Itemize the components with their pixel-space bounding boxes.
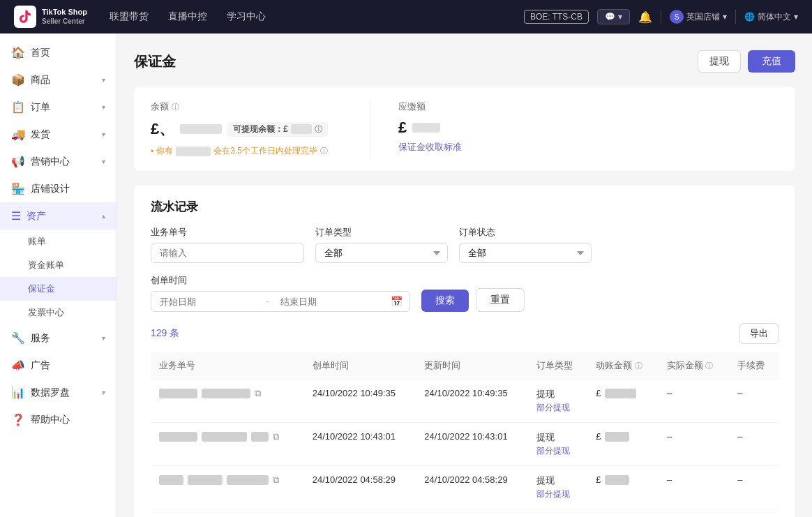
cell-order-id-3: ⧉ (151, 466, 304, 509)
sidebar-label-home: 首页 (31, 47, 50, 59)
help-icon: ❓ (11, 413, 25, 426)
order-type-select[interactable]: 全部 提现 充值 (315, 243, 448, 263)
order-subtype-label-3: 部分提现 (536, 488, 579, 500)
order-status-select[interactable]: 全部 处理中 成功 失败 (459, 243, 592, 263)
order-subtype-label-2: 部分提现 (536, 445, 579, 457)
sidebar-sub-deposit[interactable]: 保证金 (0, 277, 116, 301)
chat-button[interactable]: 💬 ▾ (597, 9, 630, 24)
store-name: 英国店铺 (686, 11, 720, 23)
copy-icon-3[interactable]: ⧉ (273, 474, 279, 486)
sidebar-sub-funds[interactable]: 资金账单 (0, 253, 116, 277)
notice-amount-blur (176, 147, 211, 156)
amount-info-icon[interactable]: ⓘ (635, 361, 642, 370)
cell-fee-1: – (729, 380, 779, 423)
nav-link-live[interactable]: 直播中控 (168, 10, 207, 23)
filter-order-id: 业务单号 (151, 226, 304, 263)
cell-order-id-1: ⧉ (151, 380, 304, 423)
store-selector[interactable]: S 英国店铺 ▾ (670, 10, 727, 24)
sidebar-label-store-design: 店铺设计 (31, 183, 70, 195)
cell-type-3: 提现 部分提现 (528, 466, 587, 509)
date-input-group: - 📅 (151, 291, 410, 312)
copy-icon-2[interactable]: ⧉ (273, 431, 279, 442)
section-title: 流水记录 (151, 199, 779, 215)
available-amount-blur (291, 124, 312, 134)
payable-amount-blur (412, 123, 440, 133)
cell-update-time-3: 24/10/2022 04:58:29 (416, 466, 528, 509)
topnav-right: BOE: TTS-CB 💬 ▾ 🔔 S 英国店铺 ▾ 🌐 简体中文 ▾ (524, 9, 798, 24)
order-id-blur-3 (159, 432, 197, 442)
date-end-input[interactable] (272, 292, 384, 311)
sidebar-sub-account[interactable]: 账单 (0, 230, 116, 253)
actual-info-icon[interactable]: ⓘ (705, 361, 713, 370)
nav-link-affiliate[interactable]: 联盟带货 (110, 10, 149, 23)
cell-type-1: 提现 部分提现 (528, 380, 587, 423)
main-content: 保证金 提现 充值 余额 ⓘ £、 可提现余额：£ ⓘ (117, 33, 812, 517)
chevron-down-icon: ▾ (102, 334, 105, 342)
order-type-label-1: 提现 (536, 389, 555, 399)
sidebar-item-help[interactable]: ❓ 帮助中心 (0, 406, 116, 433)
cell-actual-3: – (659, 466, 730, 509)
cell-amount-2: £ (587, 423, 659, 466)
page-title: 保证金 (134, 52, 176, 71)
order-type-label-3: 提现 (536, 475, 555, 486)
cell-fee-3: – (729, 466, 779, 509)
withdraw-button[interactable]: 提现 (698, 50, 741, 73)
sidebar-item-home[interactable]: 🏠 首页 (0, 39, 116, 66)
search-button[interactable]: 搜索 (421, 290, 469, 312)
order-subtype-label-1: 部分提现 (536, 402, 579, 414)
sub-label-account: 账单 (28, 236, 46, 246)
service-icon: 🔧 (11, 331, 25, 345)
sidebar-item-orders[interactable]: 📋 订单 ▾ (0, 93, 116, 121)
sidebar-sub-invoice[interactable]: 发票中心 (0, 301, 116, 324)
col-header-fee: 手续费 (729, 352, 779, 380)
order-id-blur-7 (188, 475, 223, 485)
sidebar-item-assets[interactable]: ☰ 资产 ▴ (0, 202, 116, 230)
sidebar-item-products[interactable]: 📦 商品 ▾ (0, 66, 116, 93)
chat-icon: 💬 (605, 12, 615, 22)
filter-order-type-label: 订单类型 (315, 226, 448, 239)
cell-fee-2: – (729, 423, 779, 466)
balance-info-icon[interactable]: ⓘ (172, 102, 179, 112)
sidebar-item-data[interactable]: 📊 数据罗盘 ▾ (0, 379, 116, 406)
payable-standard-link[interactable]: 保证金收取标准 (398, 141, 462, 153)
balance-notice: 你有 会在3.5个工作日内处理完毕 ⓘ (151, 145, 328, 157)
balance-value: £、 可提现余额：£ ⓘ (151, 119, 328, 140)
reset-button[interactable]: 重置 (476, 288, 525, 312)
col-header-type: 订单类型 (528, 352, 587, 380)
chevron-down-icon: ▾ (618, 12, 622, 22)
recharge-button[interactable]: 充值 (748, 50, 795, 73)
notice-info-icon[interactable]: ⓘ (320, 146, 328, 156)
available-info-icon[interactable]: ⓘ (315, 124, 322, 135)
order-id-input[interactable] (151, 243, 304, 263)
order-id-blur-2 (202, 389, 250, 398)
sub-label-deposit: 保证金 (28, 283, 55, 294)
sidebar-item-marketing[interactable]: 📢 营销中心 ▾ (0, 148, 116, 175)
cell-update-time-2: 24/10/2022 10:43:01 (416, 423, 528, 466)
language-selector[interactable]: 🌐 简体中文 ▾ (744, 11, 798, 23)
sidebar-item-shipping[interactable]: 🚚 发货 ▾ (0, 121, 116, 148)
calendar-icon[interactable]: 📅 (384, 292, 409, 311)
globe-icon: 🌐 (744, 12, 755, 22)
records-table: 业务单号 创单时间 更新时间 订单类型 动账金额 ⓘ 实际金额 ⓘ 手续费 (151, 352, 779, 509)
copy-icon[interactable]: ⧉ (255, 388, 261, 399)
amount-blur-3 (605, 475, 629, 485)
home-icon: 🏠 (11, 46, 25, 59)
export-button[interactable]: 导出 (739, 323, 779, 344)
date-filter-row: 创单时间 - 📅 搜索 重置 (151, 274, 779, 312)
sidebar-item-service[interactable]: 🔧 服务 ▾ (0, 324, 116, 352)
sidebar-label-marketing: 营销中心 (31, 156, 70, 168)
date-start-input[interactable] (151, 292, 263, 311)
shipping-icon: 🚚 (11, 128, 25, 141)
cell-actual-2: – (659, 423, 730, 466)
lang-label: 简体中文 (758, 11, 791, 23)
order-type-label-2: 提现 (536, 432, 555, 442)
marketing-icon: 📢 (11, 155, 25, 168)
sidebar-label-shipping: 发货 (31, 128, 50, 141)
boe-badge: BOE: TTS-CB (524, 10, 589, 24)
sidebar-label-data: 数据罗盘 (31, 387, 70, 399)
nav-link-learn[interactable]: 学习中心 (227, 10, 266, 23)
cell-update-time-1: 24/10/2022 10:49:35 (416, 380, 528, 423)
sidebar-item-ads[interactable]: 📣 广告 (0, 352, 116, 379)
sidebar-item-store-design[interactable]: 🏪 店铺设计 (0, 175, 116, 202)
bell-icon[interactable]: 🔔 (638, 10, 652, 24)
